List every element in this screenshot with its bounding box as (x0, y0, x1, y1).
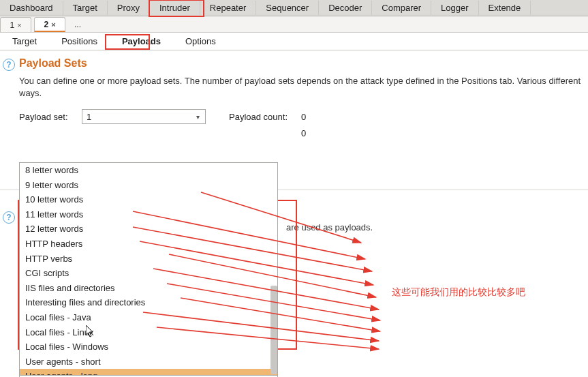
subtab-options[interactable]: Options (173, 33, 228, 49)
tab-proxy[interactable]: Proxy (108, 1, 150, 15)
help-icon[interactable]: ? (3, 211, 15, 224)
payload-list-popup: 8 letter words9 letter words10 letter wo… (19, 162, 278, 377)
list-item[interactable]: 10 letter words (20, 192, 277, 207)
session-tab-1-label: 1 (10, 20, 14, 30)
tab-dashboard[interactable]: Dashboard (0, 1, 63, 15)
list-item[interactable]: 11 letter words (20, 207, 277, 222)
session-tab-bar: 1 × 2 × ... (0, 16, 588, 33)
payload-sets-desc: You can define one or more payload sets.… (19, 75, 588, 100)
help-icon[interactable]: ? (3, 59, 15, 71)
list-item[interactable]: Local files - Windows (20, 340, 277, 355)
list-item[interactable]: Local files - Linux (20, 325, 277, 340)
session-tab-2[interactable]: 2 × (34, 17, 65, 32)
session-tab-more[interactable]: ... (68, 17, 87, 32)
payload-set-label: Payload set: (19, 112, 76, 122)
payload-count-label: Payload count: (229, 112, 296, 122)
subtab-payloads[interactable]: Payloads (110, 33, 173, 49)
tab-repeater[interactable]: Repeater (200, 1, 256, 15)
payload-sets-title: Payload Sets (19, 57, 588, 70)
session-tab-2-label: 2 (44, 20, 48, 29)
list-item[interactable]: Interesting files and directories (20, 295, 277, 310)
list-item[interactable]: IIS files and directories (20, 281, 277, 296)
options-desc-tail: are used as payloads. (286, 222, 373, 232)
scrollbar-thumb[interactable] (270, 286, 277, 374)
list-item[interactable]: HTTP headers (20, 237, 277, 252)
subtab-positions[interactable]: Positions (49, 33, 110, 49)
tab-target[interactable]: Target (63, 1, 108, 15)
list-item[interactable]: 8 letter words (20, 163, 277, 178)
session-tab-1[interactable]: 1 × (0, 17, 31, 32)
tab-decoder[interactable]: Decoder (319, 1, 372, 15)
subtab-target[interactable]: Target (0, 33, 49, 49)
tab-sequencer[interactable]: Sequencer (256, 1, 319, 15)
annotation-text: 这些可能我们用的比较比较多吧 (392, 285, 542, 300)
list-item[interactable]: 12 letter words (20, 222, 277, 237)
tab-comparer[interactable]: Comparer (372, 1, 431, 15)
list-item[interactable]: HTTP verbs (20, 252, 277, 267)
close-icon[interactable]: × (17, 21, 21, 29)
list-item[interactable]: 9 letter words (20, 178, 277, 193)
list-item[interactable]: CGI scripts (20, 266, 277, 281)
main-tab-bar: Dashboard Target Proxy Intruder Repeater… (0, 0, 588, 16)
tab-intruder[interactable]: Intruder (150, 1, 200, 15)
close-icon[interactable]: × (51, 20, 55, 29)
list-item[interactable]: User agents - short (20, 355, 277, 370)
intruder-subtab-bar: Target Positions Payloads Options (0, 33, 588, 50)
list-item[interactable]: User agents - long (20, 369, 277, 375)
tab-logger[interactable]: Logger (431, 1, 478, 15)
tab-extender[interactable]: Extende (479, 1, 531, 15)
chevron-down-icon: ▾ (193, 113, 202, 121)
payload-set-dropdown[interactable]: 1 ▾ (82, 109, 206, 124)
payload-set-value: 1 (87, 112, 91, 122)
request-count-value: 0 (301, 128, 315, 138)
list-item[interactable]: Local files - Java (20, 310, 277, 325)
payload-count-value: 0 (301, 112, 315, 122)
